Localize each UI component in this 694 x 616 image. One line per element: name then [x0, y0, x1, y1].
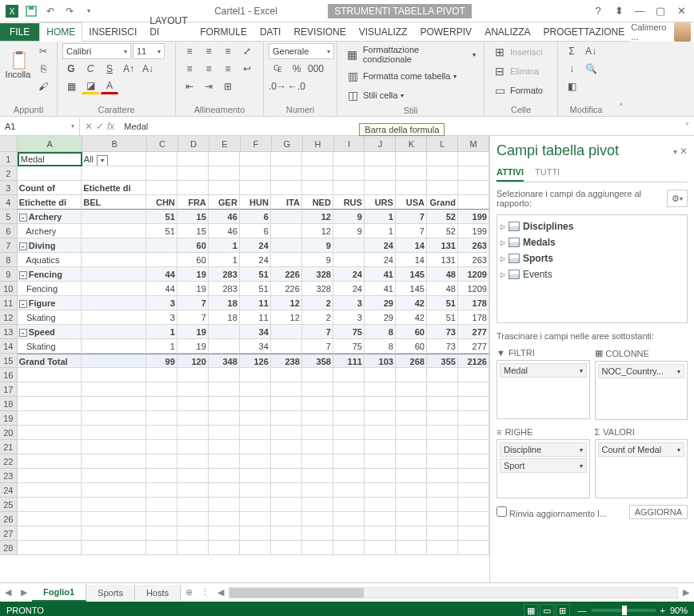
sheet-menu-icon[interactable]: ⋮ [197, 587, 213, 598]
cell[interactable] [427, 426, 458, 440]
cell[interactable] [333, 512, 365, 526]
percent-icon[interactable]: % [288, 61, 305, 77]
cell[interactable] [365, 397, 396, 411]
cell[interactable] [271, 526, 302, 541]
cell[interactable]: 48 [427, 267, 458, 282]
row-header[interactable]: 6 [0, 224, 18, 238]
cell[interactable]: 73 [427, 339, 458, 354]
cell[interactable] [240, 397, 271, 411]
zoom-in-icon[interactable]: + [660, 606, 665, 615]
cell[interactable]: -Archery [18, 210, 82, 224]
cell[interactable] [146, 512, 177, 526]
cell[interactable] [82, 411, 146, 426]
cell[interactable] [333, 541, 365, 555]
cell[interactable] [396, 411, 427, 426]
expand-formula-icon[interactable]: ˅ [680, 122, 694, 130]
tab-home[interactable]: HOME [39, 22, 82, 42]
cell[interactable] [240, 382, 271, 397]
cell[interactable] [333, 152, 365, 166]
cell[interactable] [18, 440, 82, 454]
cell[interactable]: 51 [427, 296, 458, 310]
help-button[interactable]: ? [588, 2, 608, 20]
cell[interactable]: 7 [396, 224, 427, 238]
tab-data[interactable]: DATI [253, 23, 287, 42]
font-name-combo[interactable]: Calibri▾ [62, 43, 131, 59]
autosum-icon[interactable]: Σ [563, 43, 580, 59]
row-header[interactable]: 18 [0, 397, 18, 411]
cell[interactable] [458, 195, 489, 210]
zoom-slider[interactable] [592, 609, 656, 612]
cell[interactable] [209, 469, 240, 483]
cell[interactable]: All▾ [82, 152, 146, 166]
cell[interactable] [302, 526, 333, 541]
cell[interactable] [365, 483, 396, 498]
cell[interactable]: 178 [458, 296, 489, 310]
cell[interactable]: Archery [18, 224, 82, 238]
cell[interactable]: 3 [146, 310, 177, 325]
cell[interactable] [146, 368, 177, 382]
cell[interactable] [82, 282, 146, 296]
cell[interactable]: 358 [302, 354, 333, 368]
cell[interactable] [82, 325, 146, 339]
cell[interactable] [271, 498, 302, 512]
cell[interactable]: 24 [333, 282, 365, 296]
cell[interactable]: 7 [396, 210, 427, 224]
cell[interactable] [18, 469, 82, 483]
cell[interactable] [302, 541, 333, 555]
cell[interactable] [177, 440, 209, 454]
redo-icon[interactable]: ↷ [61, 2, 78, 20]
cell[interactable]: 131 [427, 253, 458, 267]
cell[interactable] [82, 296, 146, 310]
cell[interactable] [177, 152, 209, 166]
cell[interactable] [302, 152, 333, 166]
cell[interactable] [271, 325, 302, 339]
cell[interactable]: RUS [333, 195, 365, 210]
cell[interactable]: 199 [458, 224, 489, 238]
cell[interactable] [82, 210, 146, 224]
cell[interactable] [146, 152, 177, 166]
fill-icon[interactable]: ↓ [563, 61, 580, 77]
cell[interactable] [365, 498, 396, 512]
cell[interactable]: 24 [365, 253, 396, 267]
cell[interactable] [458, 483, 489, 498]
cell[interactable] [458, 166, 489, 181]
comma-icon[interactable]: 000 [307, 61, 325, 77]
cell[interactable] [396, 166, 427, 181]
cell[interactable] [271, 166, 302, 181]
cell[interactable]: 263 [458, 238, 489, 253]
col-header-F[interactable]: F [241, 136, 272, 151]
cell[interactable] [209, 440, 240, 454]
user-name[interactable]: Calimero ... [631, 22, 670, 42]
view-pagelayout-icon[interactable]: ▭ [540, 604, 554, 616]
hscrollbar[interactable] [229, 587, 678, 598]
cell[interactable] [302, 440, 333, 454]
cell[interactable]: 178 [458, 310, 489, 325]
cell[interactable] [82, 440, 146, 454]
cell[interactable]: 42 [396, 310, 427, 325]
cell[interactable] [302, 483, 333, 498]
cell[interactable]: 226 [271, 282, 302, 296]
cell[interactable] [209, 411, 240, 426]
cell[interactable] [333, 426, 365, 440]
cell[interactable]: 3 [333, 296, 365, 310]
cell[interactable] [177, 181, 209, 195]
cell[interactable] [396, 498, 427, 512]
cell[interactable] [365, 426, 396, 440]
cell[interactable]: 44 [146, 282, 177, 296]
cell[interactable]: 120 [177, 354, 209, 368]
cell[interactable]: 348 [209, 354, 240, 368]
cell[interactable]: 9 [333, 210, 365, 224]
cell[interactable]: 283 [209, 267, 240, 282]
tab-review[interactable]: REVISIONE [287, 23, 352, 42]
row-header[interactable]: 22 [0, 454, 18, 469]
cell[interactable] [458, 498, 489, 512]
cell[interactable] [177, 426, 209, 440]
cell[interactable]: 12 [302, 210, 333, 224]
cell[interactable] [240, 368, 271, 382]
cell[interactable] [146, 426, 177, 440]
cell[interactable]: 46 [209, 224, 240, 238]
field-table[interactable]: ▷Events [501, 266, 684, 282]
col-header-I[interactable]: I [334, 136, 365, 151]
align-mid-icon[interactable]: ≡ [200, 43, 217, 59]
cell[interactable] [365, 541, 396, 555]
